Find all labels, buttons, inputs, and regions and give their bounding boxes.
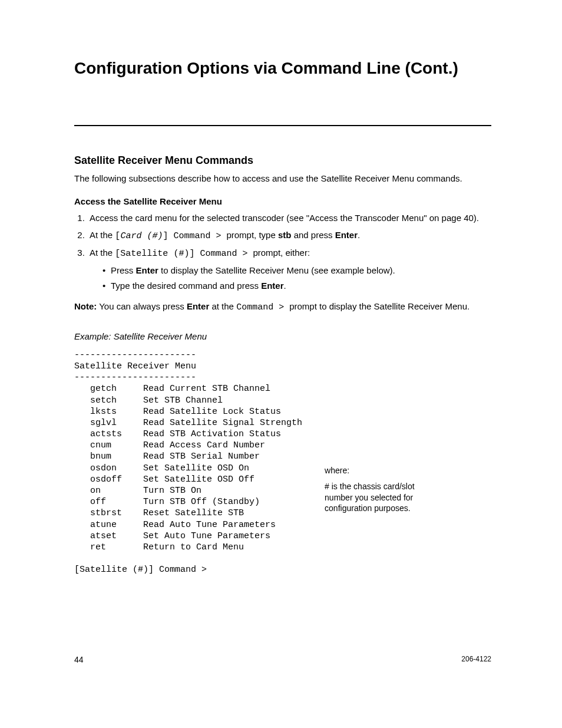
step-3-code: [Satellite (#)] Command >: [115, 249, 253, 259]
example-menu: ----------------------- Satellite Receiv…: [74, 350, 302, 576]
step-3a-post: to display the Satellite Receiver Menu (…: [158, 265, 395, 275]
aside-text: # is the chassis card/slot number you se…: [325, 481, 431, 515]
step-2-enter: Enter: [335, 230, 358, 240]
note-mid: at the: [209, 301, 236, 311]
note-pre: You can always press: [97, 301, 187, 311]
step-3-pre: At the: [90, 248, 115, 258]
step-3b: Type the desired command and press Enter…: [103, 280, 491, 292]
step-3b-post: .: [283, 281, 286, 291]
step-2-pre: At the: [90, 230, 115, 240]
step-2-code-close: ] Command >: [163, 231, 226, 241]
note-enter: Enter: [187, 301, 209, 311]
note-label: Note:: [74, 301, 97, 311]
doc-ref: 206-4122: [461, 655, 491, 664]
step-2-code-card: Card (#): [120, 231, 163, 241]
page-title: Configuration Options via Command Line (…: [74, 59, 491, 78]
step-3-mid: prompt, either:: [253, 248, 310, 258]
step-2-cmd: stb: [278, 230, 292, 240]
step-2-mid: prompt, type: [226, 230, 278, 240]
document-page: Configuration Options via Command Line (…: [0, 0, 562, 576]
step-2-mid2: and press: [291, 230, 335, 240]
page-footer: 44 206-4122: [74, 655, 491, 664]
example-block: ----------------------- Satellite Receiv…: [74, 350, 491, 576]
subsection-heading: Access the Satellite Receiver Menu: [74, 196, 491, 206]
aside-where: where:: [325, 465, 431, 476]
page-number: 44: [74, 655, 84, 664]
section-heading: Satellite Receiver Menu Commands: [74, 154, 491, 167]
note-code: Command >: [236, 302, 289, 312]
step-2: At the [Card (#)] Command > prompt, type…: [87, 229, 491, 242]
note-paragraph: Note: You can always press Enter at the …: [74, 301, 491, 314]
step-3a: Press Enter to display the Satellite Rec…: [103, 265, 491, 276]
step-3b-pre: Type the desired command and press: [111, 281, 261, 291]
note-post: prompt to display the Satellite Receiver…: [289, 301, 470, 311]
example-title: Example: Satellite Receiver Menu: [74, 331, 491, 341]
step-3a-pre: Press: [111, 265, 136, 275]
aside-note: where: # is the chassis card/slot number…: [325, 465, 431, 519]
step-3b-enter: Enter: [261, 281, 283, 291]
step-3: At the [Satellite (#)] Command > prompt,…: [87, 247, 491, 292]
section-intro: The following subsections describe how t…: [74, 173, 491, 185]
step-3a-enter: Enter: [136, 265, 158, 275]
step-3-sublist: Press Enter to display the Satellite Rec…: [90, 265, 491, 292]
step-1-text: Access the card menu for the selected tr…: [90, 213, 479, 223]
step-2-end: .: [358, 230, 360, 240]
step-1: Access the card menu for the selected tr…: [87, 212, 491, 224]
title-rule: [74, 125, 491, 126]
steps-list: Access the card menu for the selected tr…: [74, 212, 491, 292]
